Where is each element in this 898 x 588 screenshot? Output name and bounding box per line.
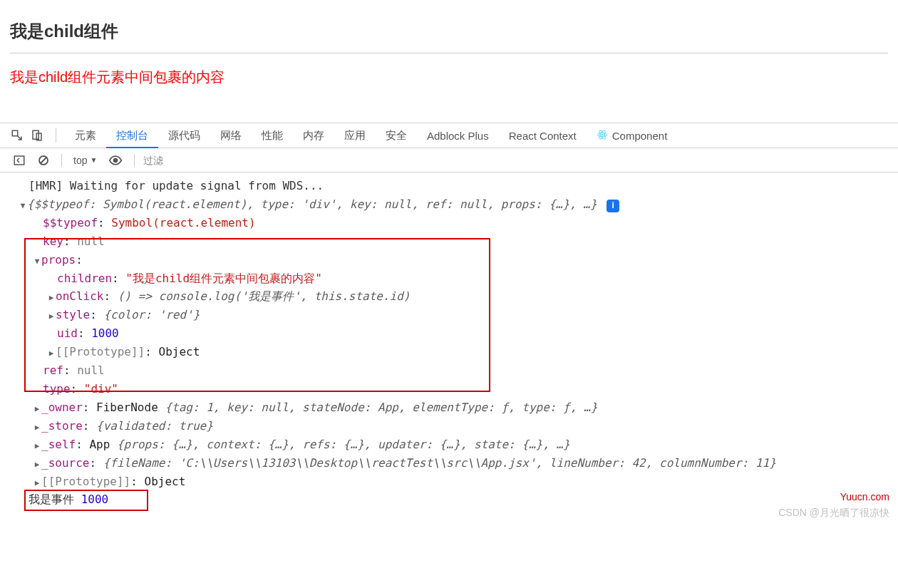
log-source[interactable]: _source: {fileName: 'C:\\Users\\13103\\D… [0,454,898,473]
expand-icon[interactable] [33,255,41,268]
log-self[interactable]: _self: App {props: {…}, context: {…}, re… [0,435,898,454]
watermark: Yuucn.com [840,489,889,505]
expand-icon[interactable] [33,403,41,416]
log-children[interactable]: children: "我是child组件元素中间包裹的内容" [0,269,898,288]
expand-icon[interactable] [47,292,56,304]
log-hmr: [HMR] Waiting for update signal from WDS… [0,177,898,195]
tab-elements[interactable]: 元素 [65,123,106,148]
clear-console-icon[interactable] [31,154,56,167]
console-body: [HMR] Waiting for update signal from WDS… [0,172,898,523]
context-selector[interactable]: top ▼ [68,155,103,166]
tab-components-label: Component [612,130,668,142]
child-slot-content: 我是child组件元素中间包裹的内容 [10,68,888,87]
tab-sources[interactable]: 源代码 [158,123,210,148]
log-type[interactable]: type: "div" [0,380,898,398]
svg-rect-0 [12,130,18,136]
context-selector-label: top [73,155,87,166]
tab-console[interactable]: 控制台 [106,123,158,148]
expand-icon[interactable] [47,310,56,323]
device-toolbar-icon[interactable] [27,125,47,145]
react-icon [597,129,608,143]
expand-icon[interactable] [47,347,56,360]
log-owner[interactable]: _owner: FiberNode {tag: 1, key: null, st… [0,398,898,417]
separator [56,128,56,143]
tab-adblock[interactable]: Adblock Plus [417,123,499,148]
svg-rect-7 [14,156,24,165]
tab-application[interactable]: 应用 [334,123,376,148]
chevron-down-icon: ▼ [90,156,97,164]
inspect-icon[interactable] [7,125,27,145]
page-content: 我是child组件 我是child组件元素中间包裹的内容 [0,0,898,87]
separator [61,154,62,167]
tab-memory[interactable]: 内存 [293,123,334,148]
console-sidebar-toggle-icon[interactable] [7,154,31,167]
filter-input[interactable] [140,153,891,167]
log-typeof[interactable]: $$typeof: Symbol(react.element) [0,214,898,232]
log-onclick[interactable]: onClick: () => console.log('我是事件', this.… [0,287,898,306]
log-store[interactable]: _store: {validated: true} [0,417,898,435]
log-key[interactable]: key: null [0,232,898,251]
expand-icon[interactable] [33,421,41,434]
log-uid[interactable]: uid: 1000 [0,324,898,343]
tab-components[interactable]: Component [587,123,678,148]
log-event: 我是事件 1000 [0,490,898,509]
devtools-tabs: 元素 控制台 源代码 网络 性能 内存 应用 安全 Adblock Plus R… [0,123,898,148]
log-object-summary[interactable]: {$$typeof: Symbol(react.element), type: … [0,195,898,214]
tab-security[interactable]: 安全 [376,123,417,148]
page-title: 我是child组件 [10,20,888,43]
log-style[interactable]: style: {color: 'red'} [0,306,898,324]
eye-icon[interactable] [103,153,128,167]
svg-point-9 [114,158,118,162]
info-badge-icon[interactable]: i [607,200,619,212]
separator [134,154,135,167]
expand-icon[interactable] [19,200,27,212]
log-props[interactable]: props: [0,251,898,269]
tab-performance[interactable]: 性能 [252,123,293,148]
log-prototype[interactable]: [[Prototype]]: Object [0,343,898,361]
csdn-credit: CSDN @月光晒了很凉快 [778,505,889,521]
divider [10,53,888,53]
tab-network[interactable]: 网络 [210,123,252,148]
log-prototype-outer[interactable]: [[Prototype]]: Object [0,473,898,491]
tab-react-context[interactable]: React Context [499,123,587,148]
svg-rect-1 [33,130,38,139]
console-toolbar: top ▼ [0,148,898,172]
svg-point-3 [601,133,603,135]
expand-icon[interactable] [33,440,41,453]
expand-icon[interactable] [33,458,41,471]
expand-icon[interactable] [33,477,41,490]
log-ref[interactable]: ref: null [0,361,898,380]
